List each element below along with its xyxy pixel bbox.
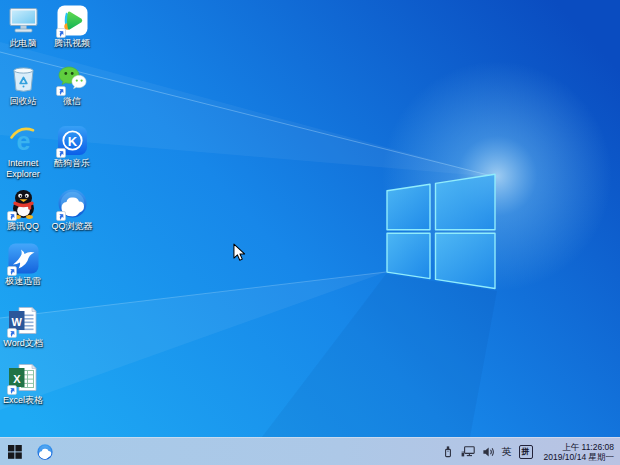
desktop-icon-label: 腾讯QQ [0, 221, 46, 232]
word-icon: W [7, 304, 40, 337]
svg-text:K: K [67, 134, 77, 149]
windows-desktop: 此电脑 回收站 e Internet Explorer [0, 0, 620, 465]
excel-icon: X [7, 361, 40, 394]
shortcut-arrow-badge [56, 28, 66, 38]
desktop-icon-kugou-music[interactable]: K 酷狗音乐 [49, 124, 95, 169]
shortcut-arrow-badge [7, 328, 17, 338]
shortcut-arrow-badge [56, 86, 66, 96]
clock-date: 2019/10/14 星期一 [544, 452, 614, 462]
desktop-icon-label: 极速迅雷 [0, 276, 46, 287]
tencent-video-icon [56, 4, 89, 37]
taskbar-pinned-qq-browser[interactable] [30, 438, 60, 465]
desktop-icon-label: QQ浏览器 [49, 221, 95, 232]
network-icon[interactable] [461, 446, 475, 458]
desktop-icon-label: 回收站 [0, 96, 46, 107]
desktop-icon-wechat[interactable]: 微信 [49, 62, 95, 107]
desktop-icon-label: 此电脑 [0, 38, 46, 49]
windows-logo-icon [8, 445, 22, 459]
desktop-icon-qq-browser[interactable]: QQ浏览器 [49, 187, 95, 232]
svg-text:W: W [11, 316, 22, 328]
kugou-music-icon: K [56, 124, 89, 157]
wechat-icon [56, 62, 89, 95]
shortcut-arrow-badge [7, 211, 17, 221]
recycle-bin-icon [7, 62, 40, 95]
shortcut-arrow-badge [56, 148, 66, 158]
svg-text:X: X [13, 373, 21, 385]
volume-icon[interactable] [482, 446, 495, 458]
system-tray: 英 拼 上午 11:26:08 2019/10/14 星期一 [442, 442, 620, 462]
shortcut-arrow-badge [56, 211, 66, 221]
desktop-icon-internet-explorer[interactable]: e Internet Explorer [0, 124, 46, 179]
start-button[interactable] [0, 438, 30, 465]
desktop-icon-this-pc[interactable]: 此电脑 [0, 4, 46, 49]
desktop-icon-label: Word文档 [0, 338, 46, 349]
desktop-icon-label: Excel表格 [0, 395, 46, 406]
clock[interactable]: 上午 11:26:08 2019/10/14 星期一 [544, 442, 614, 462]
tencent-qq-icon [7, 187, 40, 220]
desktop-icon-excel[interactable]: X Excel表格 [0, 361, 46, 406]
desktop-icon-label: 酷狗音乐 [49, 158, 95, 169]
desktop-icon-recycle-bin[interactable]: 回收站 [0, 62, 46, 107]
usb-safely-remove-icon[interactable] [442, 445, 454, 458]
desktop-icon-word[interactable]: W Word文档 [0, 304, 46, 349]
clock-time: 上午 11:26:08 [544, 442, 614, 452]
internet-explorer-icon: e [7, 124, 40, 157]
taskbar: 英 拼 上午 11:26:08 2019/10/14 星期一 [0, 437, 620, 465]
language-indicator[interactable]: 英 [502, 445, 512, 459]
desktop-icon-tencent-video[interactable]: 腾讯视频 [49, 4, 95, 49]
qq-browser-icon [56, 187, 89, 220]
this-pc-icon [7, 4, 40, 37]
qq-browser-icon [36, 443, 54, 461]
ime-pinyin-badge[interactable]: 拼 [519, 445, 533, 459]
desktop-icon-label: 腾讯视频 [49, 38, 95, 49]
xunlei-icon [7, 242, 40, 275]
desktop-icon-xunlei[interactable]: 极速迅雷 [0, 242, 46, 287]
desktop-icon-label: 微信 [49, 96, 95, 107]
desktop-icon-tencent-qq[interactable]: 腾讯QQ [0, 187, 46, 232]
shortcut-arrow-badge [7, 385, 17, 395]
shortcut-arrow-badge [7, 266, 17, 276]
desktop-icon-label: Internet Explorer [0, 158, 46, 179]
mouse-cursor [233, 243, 246, 262]
